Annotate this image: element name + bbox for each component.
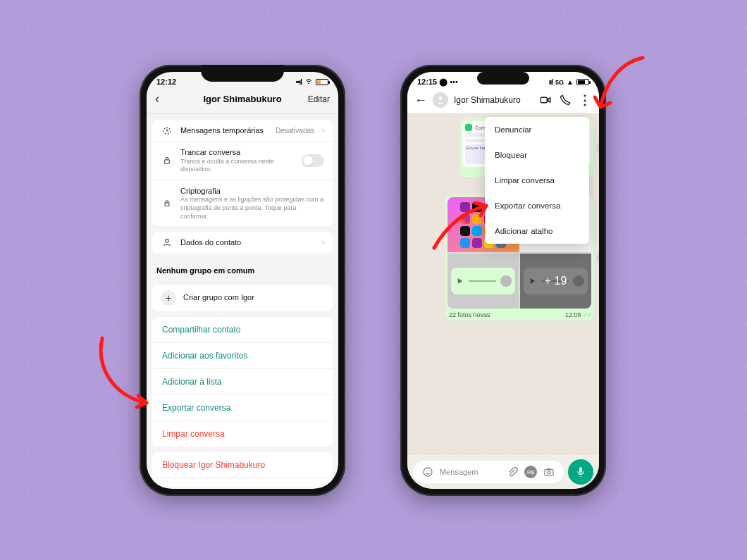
row-encryption[interactable]: CriptografiaAs mensagens e as ligações s… bbox=[152, 180, 333, 226]
danger-card: Bloquear Igor Shimabukuro Denunciar Igor… bbox=[152, 452, 333, 487]
battery-icon bbox=[576, 79, 589, 85]
iphone-notch bbox=[201, 65, 284, 82]
message-input[interactable]: Mensagem R$ bbox=[413, 461, 564, 483]
voice-call-button[interactable] bbox=[558, 94, 572, 106]
attach-icon[interactable] bbox=[505, 464, 520, 480]
status-dots: ⬤ ••• bbox=[439, 77, 458, 86]
contact-header: ‹ Igor Shimabukuro Editar bbox=[147, 87, 338, 114]
chevron-right-icon: › bbox=[321, 125, 324, 135]
svg-point-7 bbox=[426, 471, 426, 471]
action-report[interactable]: Denunciar Igor Shimabukuro bbox=[152, 478, 333, 487]
signal-icon: ııl bbox=[549, 78, 552, 86]
signal-icon: ••ıl bbox=[295, 78, 302, 86]
play-icon bbox=[455, 276, 464, 286]
contact-details-card: Dados do contato › bbox=[152, 232, 333, 253]
svg-point-3 bbox=[166, 239, 169, 243]
android-camera-pill bbox=[477, 72, 529, 85]
menu-clear[interactable]: Limpar conversa bbox=[485, 168, 589, 193]
forward-icon[interactable] bbox=[596, 140, 599, 156]
chat-header: ← Igor Shimabukuro ⋮ bbox=[407, 88, 599, 114]
status-time: 12:15 ⬤ ••• bbox=[417, 77, 458, 87]
page-title: Igor Shimabukuro bbox=[183, 94, 302, 104]
background-pattern bbox=[0, 0, 747, 560]
overflow-menu: Denunciar Bloquear Limpar conversa Expor… bbox=[485, 117, 589, 244]
action-clear-chat[interactable]: Limpar conversa bbox=[152, 421, 333, 447]
video-call-button[interactable] bbox=[538, 94, 552, 106]
edit-button[interactable]: Editar bbox=[302, 94, 330, 104]
status-icons: ••ıl bbox=[295, 77, 328, 86]
network-label: 5G bbox=[555, 79, 564, 86]
menu-report[interactable]: Denunciar bbox=[485, 117, 589, 142]
wifi-icon bbox=[304, 77, 313, 86]
chevron-right-icon: › bbox=[321, 237, 324, 247]
row-label: Mensagens temporárias bbox=[180, 125, 268, 135]
lock-icon bbox=[161, 156, 173, 166]
camera-icon[interactable] bbox=[541, 464, 557, 480]
menu-shortcut[interactable]: Adicionar atalho bbox=[485, 218, 589, 244]
lock-toggle[interactable] bbox=[302, 154, 324, 167]
payment-icon[interactable]: R$ bbox=[524, 466, 537, 478]
phone-left: 12:12 ••ıl ‹ Igor Shimabukuro Editar Men… bbox=[140, 65, 345, 496]
action-block[interactable]: Bloquear Igor Shimabukuro bbox=[152, 452, 333, 478]
screen-left: 12:12 ••ıl ‹ Igor Shimabukuro Editar Men… bbox=[147, 72, 338, 489]
forward-icon[interactable] bbox=[596, 250, 599, 266]
action-export-chat[interactable]: Exportar conversa bbox=[152, 394, 333, 421]
screen-right: 12:15 ⬤ ••• ııl 5G ▲ ← Igor Shimabukuro … bbox=[407, 72, 599, 489]
menu-block[interactable]: Bloquear bbox=[485, 142, 589, 168]
row-contact-details[interactable]: Dados do contato › bbox=[152, 232, 333, 253]
content-scroll[interactable]: Mensagens temporárias Desativadas › Tran… bbox=[147, 114, 338, 487]
svg-point-8 bbox=[428, 471, 429, 471]
plus-icon: + bbox=[161, 290, 176, 306]
actions-card: Compartilhar contato Adicionar aos favor… bbox=[152, 317, 333, 447]
row-label: CriptografiaAs mensagens e as ligações s… bbox=[180, 186, 324, 220]
svg-rect-5 bbox=[541, 97, 547, 103]
create-group-card: + Criar grupo com Igor bbox=[152, 285, 333, 311]
menu-export[interactable]: Exportar conversa bbox=[485, 193, 589, 218]
groups-heading: Nenhum grupo em comum bbox=[147, 259, 338, 279]
action-add-favorites[interactable]: Adicionar aos favoritos bbox=[152, 342, 333, 368]
row-label: Trancar conversaTranca e oculta a conver… bbox=[180, 147, 295, 174]
back-button[interactable]: ‹ bbox=[155, 92, 183, 106]
svg-rect-1 bbox=[165, 160, 170, 163]
svg-rect-2 bbox=[165, 202, 169, 206]
more-overlay: + 19 bbox=[520, 254, 591, 309]
svg-point-6 bbox=[424, 468, 432, 476]
photos-caption: 22 fotos novas bbox=[449, 311, 490, 318]
status-time: 12:12 bbox=[156, 77, 176, 86]
person-icon bbox=[161, 237, 173, 247]
more-menu-button[interactable]: ⋮ bbox=[578, 92, 592, 108]
whatsapp-icon bbox=[465, 124, 472, 131]
avatar[interactable] bbox=[433, 92, 448, 108]
contact-name[interactable]: Igor Shimabukuro bbox=[454, 95, 533, 105]
timer-icon bbox=[161, 125, 173, 135]
phone-right: 12:15 ⬤ ••• ııl 5G ▲ ← Igor Shimabukuro … bbox=[400, 65, 606, 496]
battery-icon bbox=[316, 79, 328, 85]
svg-point-4 bbox=[439, 97, 443, 100]
composer: Mensagem R$ bbox=[407, 455, 599, 489]
signal-icon-2: ▲ bbox=[567, 78, 574, 86]
row-lock-chat[interactable]: Trancar conversaTranca e oculta a conver… bbox=[152, 141, 333, 180]
row-temp-messages[interactable]: Mensagens temporárias Desativadas › bbox=[152, 120, 333, 141]
status-icons: ııl 5G ▲ bbox=[549, 78, 589, 86]
media-cell-3[interactable] bbox=[447, 254, 519, 309]
back-button[interactable]: ← bbox=[414, 93, 427, 108]
svg-rect-9 bbox=[545, 470, 553, 476]
media-cell-4[interactable]: + 19 bbox=[520, 254, 591, 309]
emoji-icon[interactable] bbox=[420, 464, 436, 480]
svg-point-10 bbox=[548, 471, 550, 474]
settings-card: Mensagens temporárias Desativadas › Tran… bbox=[152, 120, 333, 226]
action-add-list[interactable]: Adicionar à lista bbox=[152, 368, 333, 394]
shield-icon bbox=[161, 199, 173, 209]
message-placeholder: Mensagem bbox=[440, 468, 500, 476]
mic-button[interactable] bbox=[568, 459, 593, 485]
row-create-group[interactable]: + Criar grupo com Igor bbox=[152, 285, 333, 311]
read-checks-icon: ✓✓ bbox=[583, 311, 591, 318]
row-value: Desativadas bbox=[276, 127, 314, 135]
action-share-contact[interactable]: Compartilhar contato bbox=[152, 317, 333, 342]
